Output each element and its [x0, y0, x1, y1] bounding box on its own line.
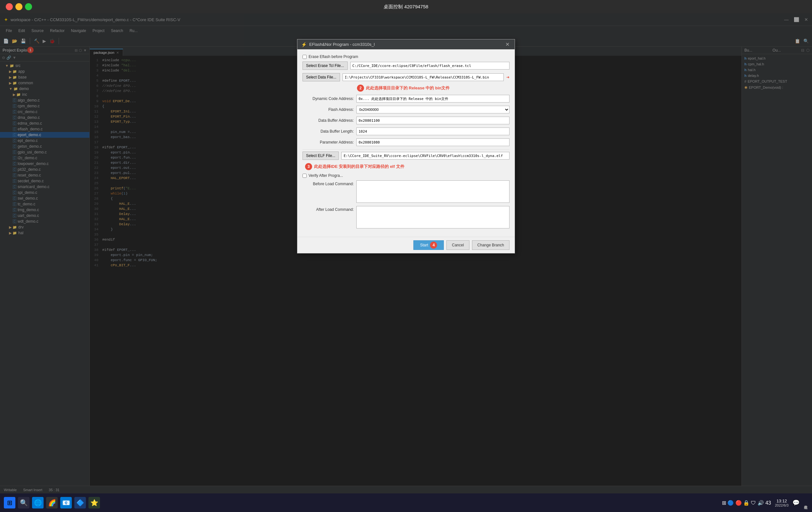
- start-button[interactable]: Start 4: [413, 240, 444, 250]
- close-button[interactable]: [6, 3, 13, 10]
- parameter-address-input[interactable]: [356, 139, 510, 146]
- taskbar-search[interactable]: 🔍: [18, 497, 29, 509]
- taskbar: ⊞ 🔍 🌐 🌈 📧 🔷 ⭐ ⊞ 🔵 🔴 🔒 🛡 🔊 43 13:12 2022/…: [0, 493, 812, 512]
- taskbar-app2[interactable]: ⭐: [88, 497, 100, 509]
- flash-address-select-wrapper: 0x20400000: [356, 106, 510, 113]
- select-elf-btn[interactable]: Select ELF File...: [302, 152, 339, 160]
- verify-label: Verify After Progra...: [309, 173, 343, 178]
- modal-footer: Start 4 Cancel Change Branch: [297, 237, 515, 253]
- flash-address-row: Flash Address: 0x20400000: [302, 106, 510, 113]
- dynamic-code-input[interactable]: [356, 95, 510, 102]
- badge-4: 4: [430, 242, 437, 249]
- data-buffer-length-input[interactable]: [356, 127, 510, 135]
- erase-tcl-path-input[interactable]: [350, 62, 510, 69]
- start-button[interactable]: ⊞: [4, 497, 16, 509]
- taskbar-notification[interactable]: 💬: [792, 499, 800, 506]
- select-data-file-btn[interactable]: Select Data File...: [302, 73, 340, 81]
- modal-overlay: ⚡ EFlash&Nor Program - ccm3310s_l ✕ Eras…: [0, 13, 812, 493]
- taskbar-chrome[interactable]: 🌈: [46, 497, 58, 509]
- annotation-2-text: 此处选择项目目录下的 Release 中的 bin文件: [366, 85, 450, 91]
- annotation-arrow: ➜: [506, 75, 510, 80]
- change-branch-button[interactable]: Change Branch: [472, 240, 510, 250]
- parameter-address-label: Parameter Address:: [302, 140, 354, 145]
- after-load-label: After Load Command:: [302, 206, 354, 212]
- cancel-button[interactable]: Cancel: [446, 240, 469, 250]
- erase-checkbox[interactable]: [302, 55, 307, 59]
- divider-1: [302, 149, 510, 150]
- dynamic-code-label: Dynamic Code Address:: [302, 96, 354, 101]
- flash-address-label: Flash Address:: [302, 107, 354, 112]
- traffic-lights: [6, 3, 32, 10]
- modal-close-btn[interactable]: ✕: [504, 41, 511, 48]
- erase-checkbox-label: Erase Eflash before Program: [309, 55, 358, 59]
- before-load-textarea[interactable]: [356, 180, 510, 203]
- modal-title-text: EFlash&Nor Program - ccm3310s_l: [309, 42, 375, 47]
- badge-3: 3: [305, 163, 312, 170]
- maximize-button[interactable]: [25, 3, 32, 10]
- before-load-row: Before Load Command:: [302, 180, 510, 203]
- data-file-annotation-row: Select Data File... ➜: [302, 73, 510, 81]
- verify-checkbox-row: Verify After Progra...: [302, 173, 510, 178]
- before-load-label: Before Load Command:: [302, 180, 354, 186]
- parameter-address-row: Parameter Address:: [302, 139, 510, 146]
- modal-title-icon: ⚡: [301, 42, 307, 47]
- data-buffer-address-input[interactable]: [356, 117, 510, 124]
- data-buffer-address-label: Data Buffer Address:: [302, 118, 354, 123]
- after-load-textarea[interactable]: [356, 206, 510, 229]
- erase-checkbox-row: Erase Eflash before Program: [302, 55, 510, 59]
- modal-title-bar: ⚡ EFlash&Nor Program - ccm3310s_l ✕: [297, 39, 515, 49]
- flash-address-select[interactable]: 0x20400000: [356, 106, 510, 113]
- taskbar-mail[interactable]: 📧: [60, 497, 72, 509]
- annotation-3-text: 此处选择IDE 安装到的目录下对应路径的 elf 文件: [314, 164, 404, 170]
- elf-file-path-input[interactable]: [341, 152, 510, 159]
- taskbar-app1[interactable]: 🔷: [74, 497, 86, 509]
- taskbar-edge[interactable]: 🌐: [32, 497, 44, 509]
- annotation-3-container: 3 此处选择IDE 安装到的目录下对应路径的 elf 文件: [305, 163, 510, 170]
- start-btn-label: Start: [420, 243, 428, 247]
- verify-checkbox[interactable]: [302, 174, 307, 178]
- select-erase-tcl-btn[interactable]: Select Erase Tcl File...: [302, 62, 348, 70]
- data-buffer-length-label: Data Buffer Length:: [302, 129, 354, 133]
- title-bar: 桌面控制 420794758: [0, 0, 812, 13]
- data-buffer-length-row: Data Buffer Length:: [302, 127, 510, 135]
- elf-file-row: Select ELF File...: [302, 152, 510, 160]
- annotation-2-container: 2 此处选择项目目录下的 Release 中的 bin文件: [357, 85, 510, 92]
- erase-tcl-row: Select Erase Tcl File...: [302, 62, 510, 70]
- data-file-path-input[interactable]: [343, 73, 504, 81]
- minimize-button[interactable]: [16, 3, 23, 10]
- taskbar-tray-icons: ⊞ 🔵 🔴 🔒 🛡 🔊 43: [722, 500, 771, 506]
- after-load-row: After Load Command:: [302, 206, 510, 229]
- taskbar-time: 13:12: [777, 499, 787, 503]
- dynamic-code-address-row: Dynamic Code Address:: [302, 95, 510, 102]
- badge-2: 2: [357, 85, 364, 92]
- modal-body: Erase Eflash before Program Select Erase…: [297, 49, 515, 237]
- data-buffer-address-row: Data Buffer Address:: [302, 117, 510, 124]
- eflash-dialog: ⚡ EFlash&Nor Program - ccm3310s_l ✕ Eras…: [297, 39, 515, 253]
- taskbar-date: 2022/6/3: [775, 503, 789, 507]
- window-title: 桌面控制 420794758: [383, 4, 428, 10]
